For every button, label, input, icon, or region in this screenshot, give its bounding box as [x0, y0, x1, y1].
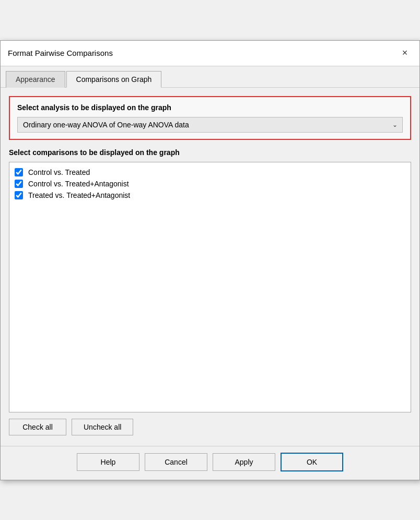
comparison-label-3: Treated vs. Treated+Antagonist	[28, 191, 130, 199]
comparison-item-1[interactable]: Control vs. Treated	[13, 167, 407, 178]
title-bar: Format Pairwise Comparisons ×	[1, 41, 419, 66]
comparison-item-2[interactable]: Control vs. Treated+Antagonist	[13, 178, 407, 190]
tab-comparisons-on-graph[interactable]: Comparisons on Graph	[66, 71, 162, 88]
comparison-label-2: Control vs. Treated+Antagonist	[28, 180, 129, 188]
comparison-label-1: Control vs. Treated	[28, 168, 90, 176]
comparisons-section-title: Select comparisons to be displayed on th…	[9, 148, 411, 157]
analysis-dropdown-wrapper: Ordinary one-way ANOVA of One-way ANOVA …	[17, 117, 403, 133]
comparisons-list: Control vs. Treated Control vs. Treated+…	[9, 162, 411, 412]
help-button[interactable]: Help	[77, 453, 139, 471]
check-uncheck-buttons: Check all Uncheck all	[9, 419, 411, 435]
apply-button[interactable]: Apply	[213, 453, 275, 471]
comparison-checkbox-2[interactable]	[15, 180, 23, 188]
tab-appearance[interactable]: Appearance	[6, 71, 65, 88]
analysis-section-title: Select analysis to be displayed on the g…	[17, 103, 403, 112]
comparisons-section: Select comparisons to be displayed on th…	[9, 148, 411, 412]
ok-button[interactable]: OK	[281, 453, 343, 471]
dialog-title: Format Pairwise Comparisons	[8, 49, 113, 57]
analysis-section: Select analysis to be displayed on the g…	[9, 96, 411, 140]
dialog-footer: Help Cancel Apply OK	[1, 446, 419, 480]
format-pairwise-comparisons-dialog: Format Pairwise Comparisons × Appearance…	[0, 40, 420, 480]
uncheck-all-button[interactable]: Uncheck all	[72, 419, 133, 435]
comparison-item-3[interactable]: Treated vs. Treated+Antagonist	[13, 190, 407, 201]
analysis-dropdown[interactable]: Ordinary one-way ANOVA of One-way ANOVA …	[17, 117, 403, 133]
cancel-button[interactable]: Cancel	[145, 453, 207, 471]
close-button[interactable]: ×	[398, 46, 412, 61]
check-all-button[interactable]: Check all	[9, 419, 66, 435]
tab-content: Select analysis to be displayed on the g…	[1, 88, 419, 446]
comparison-checkbox-3[interactable]	[15, 191, 23, 199]
comparison-checkbox-1[interactable]	[15, 168, 23, 176]
tabs-bar: Appearance Comparisons on Graph	[1, 66, 419, 88]
